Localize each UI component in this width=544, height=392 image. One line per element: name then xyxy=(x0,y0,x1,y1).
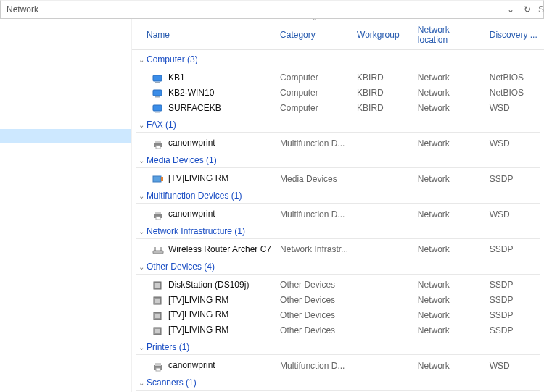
device-row[interactable]: DiskStation (DS109j) Other Devices Netwo… xyxy=(132,278,544,293)
column-discovery[interactable]: Discovery ... xyxy=(485,19,544,50)
address-text[interactable]: Network xyxy=(1,4,503,14)
sidebar-selected-item[interactable] xyxy=(0,129,131,143)
router-icon xyxy=(152,245,164,255)
group-header[interactable]: ⌄Media Devices (1) xyxy=(132,151,544,171)
device-workgroup-cell xyxy=(353,322,413,338)
printer-icon xyxy=(152,138,164,149)
device-discovery-cell: SSDP xyxy=(485,307,544,322)
address-dropdown-button[interactable]: ⌄ xyxy=(503,1,519,18)
column-name[interactable]: Name xyxy=(132,19,276,50)
sort-indicator-icon: ˄ xyxy=(313,19,316,25)
device-workgroup-cell: KBIRD xyxy=(353,70,413,86)
printer-icon xyxy=(152,361,164,371)
device-name-cell: [TV]LIVING RM xyxy=(132,293,276,308)
device-workgroup-cell xyxy=(353,293,413,308)
group-label: Scanners (1) xyxy=(147,378,197,388)
device-name-cell: [TV]LIVING RM xyxy=(132,322,276,338)
group-header[interactable]: ⌄Computer (3) xyxy=(132,50,544,71)
column-network-location[interactable]: Network location xyxy=(413,19,485,50)
group-header[interactable]: ⌄Network Infrastructure (1) xyxy=(132,222,544,242)
device-location-cell: Network xyxy=(413,242,485,257)
device-location-cell: Network xyxy=(413,322,485,338)
device-row[interactable]: KB1 Computer KBIRD Network NetBIOS xyxy=(132,70,544,86)
device-name-cell: DiskStation (DS109j) xyxy=(132,278,276,293)
device-discovery-cell: SSDP xyxy=(485,242,544,257)
group-header[interactable]: ⌄Other Devices (4) xyxy=(132,257,544,278)
device-workgroup-cell xyxy=(353,135,413,151)
device-category-cell: Computer xyxy=(276,86,353,101)
chevron-down-icon: ⌄ xyxy=(507,4,514,14)
device-workgroup-cell: KBIRD xyxy=(353,86,413,101)
device-discovery-cell: SSDP xyxy=(485,322,544,338)
device-discovery-cell: WSD xyxy=(485,358,544,373)
device-workgroup-cell xyxy=(353,307,413,322)
printer-icon xyxy=(152,209,164,220)
device-category-cell: Other Devices xyxy=(276,322,353,338)
device-discovery-cell: SSDP xyxy=(485,171,544,186)
device-category-cell: Other Devices xyxy=(276,278,353,293)
chevron-down-icon: ⌄ xyxy=(136,228,147,235)
group-label: Computer (3) xyxy=(147,54,198,64)
refresh-button[interactable]: ↻ xyxy=(519,1,535,18)
other-icon xyxy=(152,280,164,291)
chevron-down-icon: ⌄ xyxy=(136,343,147,351)
device-row[interactable]: [TV]LIVING RM Other Devices Network SSDP xyxy=(132,307,544,322)
column-category[interactable]: ˄Category xyxy=(276,19,353,50)
device-category-cell: Multifunction D... xyxy=(276,207,353,222)
content-pane: Name ˄Category Workgroup Network locatio… xyxy=(132,19,544,392)
device-location-cell: Network xyxy=(413,135,485,151)
media-icon xyxy=(152,174,164,184)
device-row[interactable]: canonwprint Multifunction D... Network W… xyxy=(132,358,544,373)
device-workgroup-cell xyxy=(353,278,413,293)
device-name-cell: [TV]LIVING RM xyxy=(132,307,276,322)
device-discovery-cell: NetBIOS xyxy=(485,70,544,86)
device-row[interactable]: [TV]LIVING RM Media Devices Network SSDP xyxy=(132,171,544,186)
address-bar: Network ⌄ ↻ S xyxy=(0,0,544,19)
device-category-cell: Other Devices xyxy=(276,293,353,308)
device-location-cell: Network xyxy=(413,86,485,101)
search-input[interactable]: S xyxy=(535,4,543,14)
device-location-cell: Network xyxy=(413,171,485,186)
column-header-row: Name ˄Category Workgroup Network locatio… xyxy=(132,19,544,50)
group-header[interactable]: ⌄Scanners (1) xyxy=(132,373,544,392)
device-location-cell: Network xyxy=(413,278,485,293)
navigation-pane[interactable] xyxy=(0,19,132,392)
device-discovery-cell: NetBIOS xyxy=(485,86,544,101)
device-category-cell: Computer xyxy=(276,70,353,86)
device-row[interactable]: SURFACEKB Computer KBIRD Network WSD xyxy=(132,101,544,116)
column-workgroup[interactable]: Workgroup xyxy=(353,19,413,50)
device-discovery-cell: WSD xyxy=(485,207,544,222)
device-category-cell: Network Infrastr... xyxy=(276,242,353,257)
group-label: Network Infrastructure (1) xyxy=(147,226,245,236)
device-row[interactable]: canonwprint Multifunction D... Network W… xyxy=(132,207,544,222)
device-row[interactable]: KB2-WIN10 Computer KBIRD Network NetBIOS xyxy=(132,86,544,101)
device-location-cell: Network xyxy=(413,307,485,322)
device-workgroup-cell xyxy=(353,242,413,257)
device-workgroup-cell xyxy=(353,207,413,222)
group-header[interactable]: ⌄Multifunction Devices (1) xyxy=(132,186,544,207)
group-header[interactable]: ⌄Printers (1) xyxy=(132,338,544,358)
device-category-cell: Multifunction D... xyxy=(276,358,353,373)
chevron-down-icon: ⌄ xyxy=(136,56,147,64)
device-workgroup-cell xyxy=(353,358,413,373)
main-panes: Name ˄Category Workgroup Network locatio… xyxy=(0,19,544,392)
device-workgroup-cell xyxy=(353,171,413,186)
device-workgroup-cell: KBIRD xyxy=(353,101,413,116)
device-name-cell: SURFACEKB xyxy=(132,101,276,116)
device-row[interactable]: [TV]LIVING RM Other Devices Network SSDP xyxy=(132,293,544,308)
device-row[interactable]: canonwprint Multifunction D... Network W… xyxy=(132,135,544,151)
device-name-cell: KB2-WIN10 xyxy=(132,86,276,101)
refresh-icon: ↻ xyxy=(524,4,531,14)
device-location-cell: Network xyxy=(413,101,485,116)
group-header[interactable]: ⌄FAX (1) xyxy=(132,115,544,135)
group-label: Multifunction Devices (1) xyxy=(147,191,242,201)
chevron-down-icon: ⌄ xyxy=(136,121,147,129)
device-category-cell: Media Devices xyxy=(276,171,353,186)
pc-icon xyxy=(152,73,164,83)
device-row[interactable]: [TV]LIVING RM Other Devices Network SSDP xyxy=(132,322,544,338)
other-icon xyxy=(152,310,164,320)
pc-icon xyxy=(152,88,164,99)
other-icon xyxy=(152,295,164,305)
device-category-cell: Multifunction D... xyxy=(276,135,353,151)
device-row[interactable]: Wireless Router Archer C7 Network Infras… xyxy=(132,242,544,257)
